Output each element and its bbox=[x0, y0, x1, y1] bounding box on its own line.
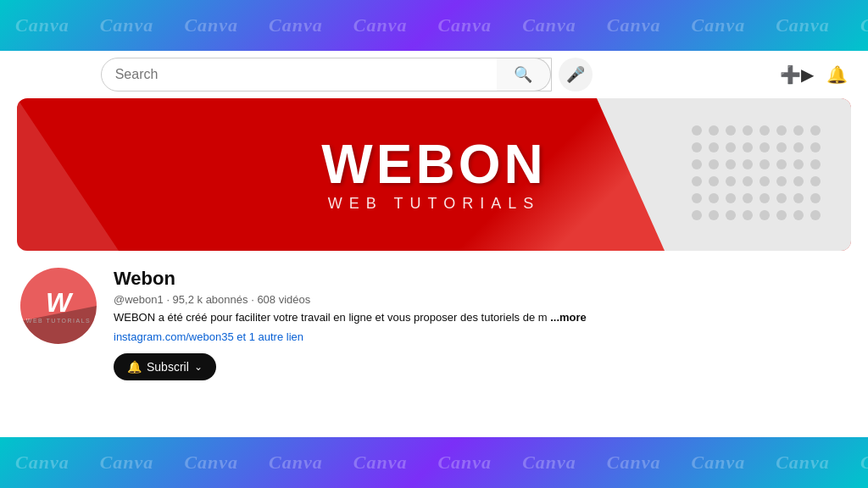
channel-info: W WEB TUTORIALS Webon @webon1 · 95,2 k a… bbox=[0, 251, 868, 397]
create-icon: ➕▶ bbox=[780, 64, 814, 85]
dot bbox=[726, 210, 736, 220]
canva-word: Canva bbox=[169, 452, 253, 474]
canva-word: Canva bbox=[676, 14, 761, 36]
dot bbox=[776, 142, 787, 152]
dot bbox=[743, 159, 753, 169]
channel-desc-text: WEBON a été créé pour faciliter votre tr… bbox=[114, 311, 548, 324]
dot bbox=[810, 159, 821, 169]
notifications-button[interactable]: 🔔 bbox=[821, 58, 854, 92]
canva-word: Canva bbox=[0, 14, 85, 36]
canva-word: Can bbox=[845, 14, 868, 36]
chevron-down-icon: ⌄ bbox=[194, 361, 203, 373]
canva-word: Can bbox=[845, 452, 868, 474]
avatar-letter: W bbox=[46, 289, 71, 316]
dot bbox=[793, 125, 804, 136]
dot bbox=[793, 210, 804, 220]
channel-handle: @webon1 bbox=[114, 293, 164, 306]
canva-word: Canva bbox=[592, 14, 676, 36]
canva-word: Canva bbox=[253, 14, 338, 36]
canva-word: Canva bbox=[507, 14, 592, 36]
dot bbox=[692, 176, 702, 186]
canva-word: Canva bbox=[253, 452, 338, 474]
dot bbox=[743, 193, 753, 203]
subscribe-label: Subscril bbox=[147, 360, 189, 374]
canva-word: Canva bbox=[422, 14, 507, 36]
search-container: 🔍 🎤 bbox=[101, 58, 593, 92]
dot bbox=[692, 210, 702, 220]
canva-word: Canva bbox=[422, 452, 507, 474]
banner-right-triangle bbox=[597, 98, 665, 251]
canva-bottom-banner: Canva Canva Canva Canva Canva Canva Canv… bbox=[0, 437, 868, 488]
canva-word: Canva bbox=[85, 452, 170, 474]
dot bbox=[709, 193, 719, 203]
dot bbox=[810, 142, 821, 152]
dot bbox=[760, 142, 770, 152]
dot bbox=[776, 210, 787, 220]
dot bbox=[793, 176, 804, 186]
channel-details: Webon @webon1 · 95,2 k abonnés · 608 vid… bbox=[114, 268, 848, 380]
canva-top-banner: Canva Canva Canva Canva Canva Canva Canv… bbox=[0, 0, 868, 51]
canva-text-row-top: Canva Canva Canva Canva Canva Canva Canv… bbox=[0, 14, 868, 36]
canva-text-row-bottom: Canva Canva Canva Canva Canva Canva Canv… bbox=[0, 452, 868, 474]
channel-description: WEBON a été créé pour faciliter votre tr… bbox=[114, 311, 848, 324]
dot bbox=[810, 210, 821, 220]
mic-icon: 🎤 bbox=[566, 65, 585, 84]
dot bbox=[692, 142, 702, 152]
dot bbox=[776, 159, 787, 169]
canva-word: Canva bbox=[592, 452, 676, 474]
dot bbox=[692, 125, 702, 136]
bell-icon: 🔔 bbox=[826, 64, 848, 85]
dot bbox=[726, 159, 736, 169]
more-link[interactable]: ...more bbox=[550, 311, 587, 324]
dot bbox=[743, 142, 753, 152]
youtube-header: 🔍 🎤 ➕▶ 🔔 bbox=[0, 51, 868, 98]
search-button[interactable]: 🔍 bbox=[497, 58, 551, 92]
dot bbox=[793, 193, 804, 203]
banner-dots-grid bbox=[692, 125, 824, 224]
dot bbox=[760, 176, 770, 186]
dot bbox=[709, 125, 719, 136]
dot bbox=[709, 176, 719, 186]
dot bbox=[810, 193, 821, 203]
banner-subtitle: WEB TUTORIALS bbox=[321, 195, 546, 213]
dot bbox=[743, 125, 753, 136]
dot bbox=[692, 193, 702, 203]
dot bbox=[743, 176, 753, 186]
dot bbox=[776, 193, 787, 203]
banner-left-decoration bbox=[17, 98, 119, 251]
create-button[interactable]: ➕▶ bbox=[780, 58, 814, 92]
header-right: ➕▶ 🔔 bbox=[780, 58, 854, 92]
dot bbox=[692, 159, 702, 169]
canva-word: Canva bbox=[760, 14, 845, 36]
search-bar: 🔍 bbox=[101, 58, 552, 92]
channel-subscribers: 95,2 k abonnés bbox=[173, 293, 248, 306]
channel-link[interactable]: instagram.com/webon35 et 1 autre lien bbox=[114, 330, 848, 343]
dot bbox=[776, 176, 787, 186]
subscribe-button[interactable]: 🔔 Subscril ⌄ bbox=[114, 353, 216, 380]
banner-text: WEBON WEB TUTORIALS bbox=[321, 137, 546, 213]
dot bbox=[726, 193, 736, 203]
canva-word: Canva bbox=[507, 452, 592, 474]
canva-word: Canva bbox=[85, 14, 170, 36]
dot bbox=[760, 193, 770, 203]
dot bbox=[726, 125, 736, 136]
dot bbox=[776, 125, 787, 136]
search-icon: 🔍 bbox=[514, 65, 532, 84]
bell-small-icon: 🔔 bbox=[127, 360, 142, 374]
channel-meta: @webon1 · 95,2 k abonnés · 608 vidéos bbox=[114, 293, 848, 306]
dot bbox=[810, 125, 821, 136]
dot bbox=[793, 159, 804, 169]
dot bbox=[743, 210, 753, 220]
dot bbox=[810, 176, 821, 186]
canva-word: Canva bbox=[0, 452, 85, 474]
microphone-button[interactable]: 🎤 bbox=[559, 58, 593, 92]
banner-title: WEBON bbox=[321, 137, 546, 191]
channel-separator: · bbox=[166, 293, 172, 306]
search-input[interactable] bbox=[102, 58, 497, 91]
dot bbox=[726, 142, 736, 152]
avatar: W WEB TUTORIALS bbox=[20, 268, 97, 344]
channel-banner: WEBON WEB TUTORIALS bbox=[17, 98, 851, 251]
canva-word: Canva bbox=[338, 452, 423, 474]
dot bbox=[726, 176, 736, 186]
channel-name: Webon bbox=[114, 268, 848, 290]
